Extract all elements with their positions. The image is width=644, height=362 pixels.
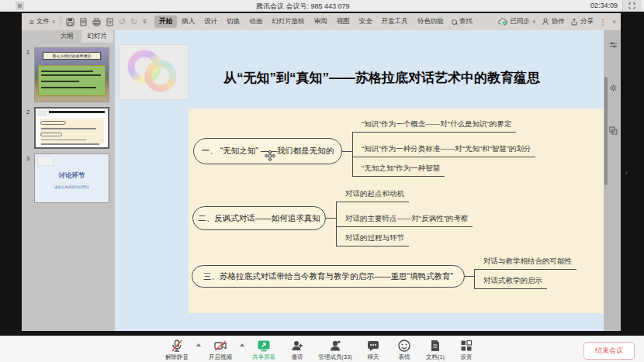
export-pdf-icon[interactable]	[79, 18, 88, 26]
chat-icon	[366, 339, 380, 353]
collab-button[interactable]: 协作	[542, 17, 565, 26]
properties-icon[interactable]	[609, 41, 618, 50]
video-options-caret[interactable]	[238, 339, 246, 346]
sync-status[interactable]: 已同步 ∨	[498, 17, 536, 26]
meeting-title: 腾讯会议 会议号: 985 443 079	[256, 2, 350, 12]
end-meeting-button[interactable]: 结束会议	[583, 342, 635, 360]
ribbon-collapse-icon[interactable]: ∨	[612, 19, 616, 25]
mindmap-node-2[interactable]: 二、反讽式对话——如何追求真知	[192, 206, 326, 230]
emoji-button[interactable]: 表情	[389, 339, 420, 361]
mindmap-node-3[interactable]: 三、苏格拉底式对话带给当今教育与教学的启示——重思“填鸭式教育”	[192, 265, 465, 288]
tab-animation[interactable]: 动画	[244, 16, 267, 28]
share-screen-button[interactable]: 共享屏幕	[246, 339, 282, 361]
toolbar-more-icon[interactable]: ∓	[142, 19, 147, 25]
redo-icon[interactable]: ↻	[130, 17, 137, 27]
cloud-synced-icon	[498, 18, 507, 26]
tab-view[interactable]: 视图	[332, 16, 355, 28]
file-menu[interactable]: ≡ 文件 ∨	[29, 17, 56, 26]
tab-outline[interactable]: 大纲	[54, 30, 80, 43]
meeting-duration: 02:34:09	[590, 2, 618, 9]
invite-icon	[290, 339, 304, 353]
slide-thumbnail-row: 2	[22, 107, 115, 149]
meeting-topbar: 腾讯会议 会议号: 985 443 079 02:34:09	[0, 0, 644, 12]
collab-label: 协作	[552, 17, 565, 26]
tab-home[interactable]: 开始	[154, 16, 177, 28]
tab-design[interactable]: 设计	[199, 16, 222, 28]
print-preview-icon[interactable]	[106, 18, 114, 26]
share-screen-icon	[257, 339, 271, 353]
tab-transition[interactable]: 切换	[222, 16, 244, 28]
kebab-menu-icon[interactable]: ⋮	[599, 18, 607, 26]
meeting-window: 腾讯会议 会议号: 985 443 079 02:34:09 ‹ ≡ 文件 ∨	[0, 0, 644, 362]
mic-options-caret[interactable]	[195, 339, 203, 346]
chevron-down-icon: ∨	[532, 19, 536, 25]
thumb-title: 讨论环节	[35, 171, 109, 181]
mindmap-branch[interactable]: “知识”作为一种分类标准——对“无知”和“智慧”的划分	[352, 144, 535, 157]
tab-devtools[interactable]: 开发工具	[377, 16, 413, 28]
tab-slideshow[interactable]: 幻灯片放映	[267, 16, 310, 28]
mindmap-branch[interactable]: 对话的起点和动机	[336, 189, 409, 202]
thumb-textbox	[38, 65, 106, 96]
members-icon	[328, 339, 342, 353]
share-label: 分享	[580, 17, 594, 26]
save-icon[interactable]	[66, 18, 74, 26]
slide-3-thumbnail[interactable]: 讨论环节 请各位老师同学们提问	[34, 153, 109, 203]
mindmap-branch[interactable]: 对话式教学的启示	[474, 276, 547, 289]
gear-icon[interactable]	[609, 84, 618, 92]
move-cursor-icon	[265, 150, 275, 164]
camera-off-icon	[213, 339, 227, 353]
slide-2-thumbnail-selected[interactable]	[34, 107, 109, 149]
unmute-button[interactable]: 解除静音	[159, 339, 195, 361]
mindmap-branch[interactable]: 对话与教学相结合的可能性	[474, 257, 576, 270]
slide-thumbnail-row: 1 第七小组讨论成果展示	[22, 47, 115, 102]
slides-panel: 大纲 幻灯片 1 第七小组讨论成果展示	[22, 30, 115, 331]
emoji-icon	[397, 339, 411, 353]
vertical-scrollbar[interactable]	[604, 77, 608, 185]
person-icon	[542, 18, 549, 26]
print-icon[interactable]	[92, 18, 101, 26]
shared-screen: ‹ ≡ 文件 ∨ ↺ ↻ ∓	[0, 12, 644, 336]
tab-slides[interactable]: 幻灯片	[81, 30, 114, 43]
start-video-button[interactable]: 开启视频	[203, 339, 238, 361]
manage-members-button[interactable]: 管理成员(33)	[313, 339, 358, 361]
thumb-subtitle: 请各位老师同学们提问	[35, 185, 109, 189]
fullscreen-toggle-icon[interactable]	[622, 0, 641, 12]
slide-thumbnail-row: 3 讨论环节 请各位老师同学们提问	[22, 153, 115, 203]
tab-insert[interactable]: 插入	[177, 16, 199, 28]
tab-features[interactable]: 特色功能	[413, 16, 448, 28]
panel-collapse-icon[interactable]: ‹	[625, 169, 628, 177]
sync-label: 已同步	[510, 17, 530, 26]
document-icon	[428, 339, 442, 353]
mindmap-branch[interactable]: “无知之知”作为一种智慧	[352, 164, 445, 177]
mindmap-branch[interactable]: 对话的主要特点——对“反讽性”的考察	[336, 214, 473, 227]
slide-logo	[119, 44, 189, 100]
divider	[61, 17, 61, 26]
slide-canvas[interactable]: 从“无知”到“真知”——苏格拉底对话艺术中的教育蕴思 一、 “无知之知” ——我…	[115, 30, 604, 331]
shapes-icon[interactable]	[609, 126, 618, 135]
slide-title[interactable]: 从“无知”到“真知”——苏格拉底对话艺术中的教育蕴思	[223, 69, 540, 87]
slide-number: 3	[22, 153, 34, 203]
find-label: 查找	[459, 17, 473, 26]
tab-security[interactable]: 安全	[355, 16, 377, 28]
settings-button[interactable]: 设置	[451, 339, 482, 361]
undo-icon[interactable]: ↺	[119, 17, 126, 27]
tab-review[interactable]: 审阅	[310, 16, 332, 28]
chat-button[interactable]: 聊天	[358, 339, 389, 361]
apps-grid-icon	[459, 339, 473, 353]
file-menu-label: 文件	[36, 17, 50, 26]
mindmap-branch[interactable]: 对话的过程与环节	[336, 233, 409, 247]
slide-1-thumbnail[interactable]: 第七小组讨论成果展示	[34, 47, 109, 102]
hamburger-icon: ≡	[29, 18, 34, 26]
mic-muted-icon	[170, 339, 184, 353]
meeting-dock: 解除静音 开启视频 共享屏幕	[0, 336, 644, 362]
wps-window: ≡ 文件 ∨ ↺ ↻ ∓ 开始 插入 设计	[22, 13, 621, 331]
find-button[interactable]: 查找	[452, 17, 473, 26]
share-button[interactable]: 分享	[570, 17, 594, 26]
ribbon-tabs: 开始 插入 设计 切换 动画 幻灯片放映 审阅 视图 安全 开发工具 特色功能	[154, 16, 448, 28]
mindmap: 一、 “无知之知” ——我们都是无知的 “知识”作为一个概念——对“什么是知识”…	[189, 109, 617, 313]
slide-number: 2	[22, 107, 34, 149]
share-icon	[570, 18, 578, 26]
invite-button[interactable]: 邀请	[282, 339, 313, 361]
docs-button[interactable]: 文档(1)	[420, 339, 451, 361]
mindmap-branch[interactable]: “知识”作为一个概念——对“什么是知识”的界定	[352, 119, 516, 133]
